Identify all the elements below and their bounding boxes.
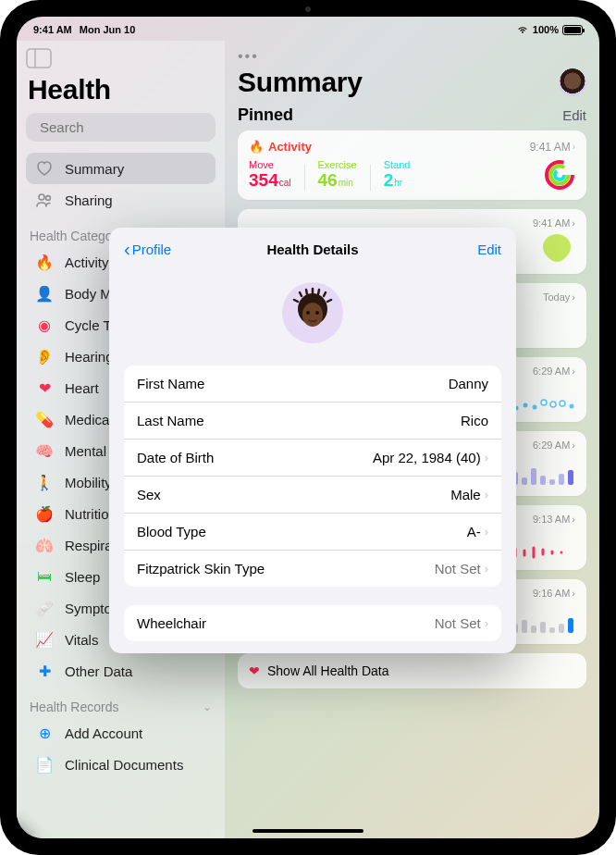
page-title: Summary <box>238 67 363 98</box>
flame-icon: 🔥 <box>35 253 54 271</box>
brain-icon: 🧠 <box>35 441 54 460</box>
pinned-heading: Pinned <box>238 105 293 125</box>
profile-avatar[interactable] <box>559 68 586 96</box>
sidebar-item-label: Summary <box>65 161 124 177</box>
chevron-right-icon: › <box>485 451 488 465</box>
sidebar-item-add-account[interactable]: ⊕Add Account <box>26 717 216 749</box>
chevron-right-icon: › <box>573 142 575 152</box>
svg-rect-33 <box>540 622 546 633</box>
flame-icon: 🔥 <box>249 140 264 154</box>
heart-fill-icon: ❤︎ <box>35 378 54 397</box>
svg-rect-19 <box>531 468 536 485</box>
dob-row[interactable]: Date of BirthApr 22, 1984 (40)› <box>124 440 501 477</box>
wheelchair-group: WheelchairNot Set› <box>124 605 501 641</box>
waveform-icon: 📈 <box>35 630 54 649</box>
chevron-right-icon: › <box>485 616 488 630</box>
activity-rings-icon <box>544 159 575 191</box>
svg-point-11 <box>524 403 528 408</box>
section-health-records[interactable]: Health Records ⌄ <box>30 700 212 714</box>
chevron-left-icon: ‹ <box>124 239 130 260</box>
people-icon <box>35 191 54 209</box>
chevron-right-icon: › <box>572 366 575 377</box>
range-chart-icon <box>511 544 575 561</box>
screen: 9:41 AM Mon Jun 10 100% Health <box>17 17 599 838</box>
card-timestamp: 9:41 AM› <box>530 141 575 154</box>
plus-circle-icon: ⊕ <box>35 724 54 742</box>
camera-notch <box>305 6 311 12</box>
chevron-right-icon: › <box>485 525 488 539</box>
blood-type-row[interactable]: Blood TypeA-› <box>124 514 501 551</box>
search-input[interactable] <box>40 119 216 135</box>
pills-icon: 💊 <box>35 410 54 428</box>
chevron-right-icon: › <box>485 488 488 502</box>
search-field[interactable] <box>26 113 216 142</box>
profile-memoji[interactable] <box>282 282 343 343</box>
heart-icon <box>35 159 54 178</box>
chevron-right-icon: › <box>572 291 575 303</box>
first-name-row[interactable]: First NameDanny <box>124 366 501 403</box>
body-icon: 👤 <box>35 284 54 303</box>
svg-point-6 <box>46 196 51 201</box>
chevron-right-icon: › <box>485 562 488 576</box>
window-dots-icon[interactable]: ••• <box>238 48 586 65</box>
activity-card[interactable]: 🔥Activity 9:41 AM› Move354cal Exercise46… <box>238 130 586 200</box>
wifi-icon <box>516 25 529 34</box>
health-details-modal: ‹ Profile Health Details Edit <box>109 228 516 653</box>
dots-chart-icon <box>511 394 575 413</box>
sidebar-title: Health <box>28 74 216 105</box>
bed-icon: 🛏 <box>35 567 54 586</box>
chevron-right-icon: › <box>572 514 575 525</box>
wheelchair-row[interactable]: WheelchairNot Set› <box>124 605 501 641</box>
svg-point-13 <box>541 400 547 405</box>
status-bar: 9:41 AM Mon Jun 10 100% <box>17 17 599 39</box>
sidebar-item-clinical[interactable]: 📄Clinical Documents <box>26 749 216 780</box>
svg-rect-32 <box>531 626 536 633</box>
svg-line-43 <box>306 290 307 294</box>
svg-rect-23 <box>568 470 573 485</box>
sidebar-item-label: Sharing <box>65 192 113 208</box>
svg-rect-36 <box>568 618 573 633</box>
ear-icon: 👂 <box>35 347 54 366</box>
heart-fill-icon: ❤︎ <box>249 663 260 678</box>
plus-icon: ✚ <box>35 662 54 680</box>
svg-rect-20 <box>540 476 546 485</box>
svg-point-12 <box>533 405 537 410</box>
sex-row[interactable]: SexMale› <box>124 477 501 514</box>
home-indicator[interactable] <box>253 829 363 833</box>
sidebar-toggle-icon[interactable] <box>26 48 52 68</box>
svg-point-9 <box>555 170 564 180</box>
lungs-icon: 🫁 <box>35 536 54 554</box>
sidebar-item-summary[interactable]: Summary <box>26 153 216 184</box>
status-time: 9:41 AM <box>33 24 72 35</box>
svg-point-40 <box>306 311 310 315</box>
bar-chart-icon <box>511 465 575 487</box>
chevron-right-icon: › <box>572 588 575 599</box>
edit-pinned-button[interactable]: Edit <box>562 107 586 123</box>
status-date: Mon Jun 10 <box>80 24 136 35</box>
chevron-right-icon: › <box>572 217 575 229</box>
battery-pct: 100% <box>533 24 559 35</box>
svg-rect-34 <box>549 627 555 633</box>
battery-icon <box>562 25 583 35</box>
svg-point-39 <box>302 303 323 327</box>
blob-graphic-icon <box>538 231 575 265</box>
edit-button[interactable]: Edit <box>477 242 501 257</box>
sidebar-item-sharing[interactable]: Sharing <box>26 184 216 216</box>
chevron-right-icon: › <box>572 440 575 451</box>
show-all-health-data-button[interactable]: ❤︎ Show All Health Data <box>238 653 586 688</box>
document-icon: 📄 <box>35 755 54 774</box>
bar-chart-icon <box>511 614 575 635</box>
chevron-down-icon: ⌄ <box>203 700 212 713</box>
back-button[interactable]: ‹ Profile <box>124 239 171 260</box>
sidebar-item-other[interactable]: ✚Other Data <box>26 655 216 687</box>
svg-rect-0 <box>27 49 51 68</box>
ipad-frame: 9:41 AM Mon Jun 10 100% Health <box>0 0 616 855</box>
skin-type-row[interactable]: Fitzpatrick Skin TypeNot Set› <box>124 551 501 587</box>
svg-point-14 <box>550 402 556 407</box>
bandage-icon: 🩹 <box>35 599 54 617</box>
svg-rect-18 <box>522 477 527 485</box>
svg-point-16 <box>570 404 574 409</box>
svg-rect-22 <box>559 474 564 485</box>
last-name-row[interactable]: Last NameRico <box>124 403 501 440</box>
svg-point-5 <box>39 194 44 200</box>
